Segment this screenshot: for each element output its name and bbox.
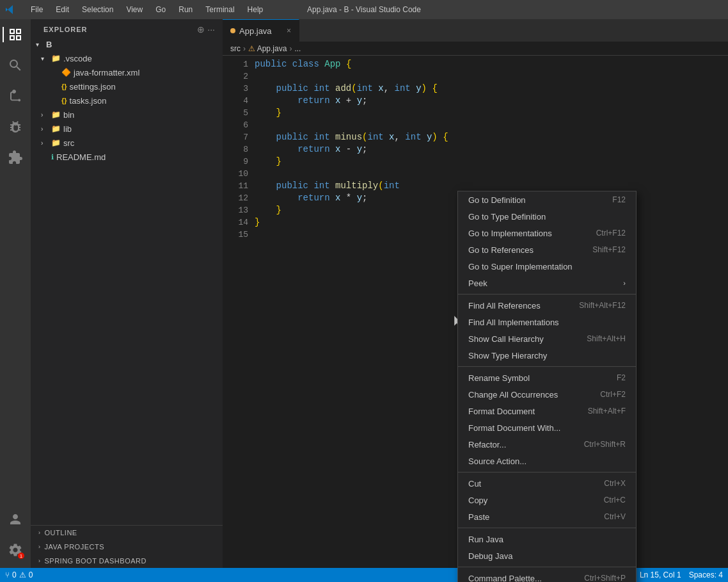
ctx-goto-impl[interactable]: Go to Implementations Ctrl+F12 (458, 225, 636, 241)
ctx-peek-arrow: › (623, 279, 626, 287)
line-numbers: 1 2 3 4 5 6 7 8 9 10 11 12 13 14 15 (223, 56, 255, 568)
code-line-9: } (255, 156, 728, 168)
activity-bar: 1 (0, 19, 31, 568)
line-10: 10 (223, 168, 248, 180)
panel-spring-boot[interactable]: › SPRING BOOT DASHBOARD (31, 554, 223, 568)
app-icon (5, 4, 15, 15)
breadcrumb-file[interactable]: ⚠ App.java (248, 44, 287, 53)
tab-close-button[interactable]: × (287, 26, 291, 35)
code-line-6 (255, 119, 728, 131)
ctx-command-palette[interactable]: Command Palette... Ctrl+Shift+P (458, 570, 636, 582)
folder-icon-bin: 📁 (51, 110, 61, 119)
menu-selection[interactable]: Selection (77, 4, 118, 15)
breadcrumb-src[interactable]: src (230, 44, 241, 53)
line-14: 14 (223, 216, 248, 229)
ctx-goto-refs[interactable]: Go to References Shift+F12 (458, 241, 636, 258)
panel-outline-label: OUTLINE (45, 529, 77, 537)
chevron-b: ▾ (36, 41, 46, 48)
panel-java-projects[interactable]: › JAVA PROJECTS (31, 540, 223, 554)
editor-tab-app-java[interactable]: App.java × (223, 19, 299, 42)
status-bar-left: ⑂ 0 ⚠ 0 (5, 570, 33, 579)
activity-extensions[interactable] (3, 145, 28, 170)
tree-item-vscode[interactable]: ▾ 📁 .vscode (31, 51, 223, 65)
new-file-icon[interactable]: ⊕ (197, 24, 205, 35)
folder-icon-lib: 📁 (51, 124, 61, 133)
ctx-find-refs[interactable]: Find All References Shift+Alt+F12 (458, 297, 636, 314)
tree-item-bin[interactable]: › 📁 bin (31, 108, 223, 122)
ctx-run-java[interactable]: Run Java (458, 531, 636, 547)
ctx-goto-super[interactable]: Go to Super Implementation (458, 258, 636, 275)
ctx-cut[interactable]: Cut Ctrl+X (458, 475, 636, 492)
status-errors-count: 0 (12, 570, 17, 579)
sidebar-actions: ⊕ ··· (197, 24, 215, 35)
activity-explorer[interactable] (3, 22, 28, 47)
menu-file[interactable]: File (26, 4, 48, 15)
ctx-command-palette-label: Command Palette... (468, 574, 574, 583)
ctx-refactor[interactable]: Refactor... Ctrl+Shift+R (458, 436, 636, 453)
status-position[interactable]: Ln 15, Col 1 (640, 570, 681, 579)
ctx-peek[interactable]: Peek › (458, 275, 636, 291)
ctx-format-doc-shortcut: Shift+Alt+F (588, 407, 626, 416)
status-git[interactable]: ⑂ 0 ⚠ 0 (5, 570, 33, 579)
ctx-change-all[interactable]: Change All Occurrences Ctrl+F2 (458, 386, 636, 403)
ctx-copy[interactable]: Copy Ctrl+C (458, 492, 636, 508)
tree-item-lib[interactable]: › 📁 lib (31, 122, 223, 136)
ctx-format-with[interactable]: Format Document With... (458, 419, 636, 436)
tree-label-src: src (63, 138, 74, 148)
ctx-format-doc[interactable]: Format Document Shift+Alt+F (458, 403, 636, 419)
tree-label-java-formatter: java-formatter.xml (74, 68, 139, 77)
ctx-sep1 (458, 294, 636, 295)
tree-item-settings[interactable]: › {} settings.json (31, 79, 223, 93)
ctx-refactor-shortcut: Ctrl+Shift+R (584, 440, 626, 449)
tree-item-tasks[interactable]: › {} tasks.json (31, 93, 223, 108)
ctx-source-action[interactable]: Source Action... (458, 453, 636, 469)
activity-account[interactable] (3, 506, 28, 532)
ctx-copy-shortcut: Ctrl+C (604, 496, 626, 505)
breadcrumb-sep2: › (289, 44, 292, 53)
activity-source-control[interactable] (3, 83, 28, 109)
ctx-goto-type-def[interactable]: Go to Type Definition (458, 208, 636, 225)
menu-run[interactable]: Run (173, 4, 198, 15)
tree-item-src[interactable]: › 📁 src (31, 136, 223, 150)
menu-terminal[interactable]: Terminal (200, 4, 239, 15)
tree-item-readme[interactable]: › ℹ README.md (31, 150, 223, 164)
ctx-find-impl[interactable]: Find All Implementations (458, 314, 636, 330)
tree-item-b[interactable]: ▾ B (31, 37, 223, 51)
tree-item-java-formatter[interactable]: › 🔶 java-formatter.xml (31, 65, 223, 79)
tab-modified-dot (230, 28, 235, 33)
status-spaces[interactable]: Spaces: 4 (689, 570, 723, 579)
ctx-show-type[interactable]: Show Type Hierarchy (458, 347, 636, 364)
ctx-change-all-label: Change All Occurrences (468, 390, 590, 400)
activity-debug[interactable] (3, 114, 28, 140)
activity-settings[interactable]: 1 (3, 537, 28, 563)
ctx-debug-java[interactable]: Debug Java (458, 547, 636, 564)
ctx-goto-def[interactable]: Go to Definition F12 (458, 191, 636, 208)
title-bar: File Edit Selection View Go Run Terminal… (0, 0, 728, 19)
breadcrumb: src › ⚠ App.java › ... (223, 42, 728, 56)
ctx-change-all-shortcut: Ctrl+F2 (600, 390, 626, 399)
menu-help[interactable]: Help (242, 4, 269, 15)
ctx-find-refs-shortcut: Shift+Alt+F12 (579, 301, 626, 310)
ctx-run-java-label: Run Java (468, 535, 626, 544)
more-actions-icon[interactable]: ··· (207, 24, 215, 35)
menu-edit[interactable]: Edit (51, 4, 74, 15)
panel-outline[interactable]: › OUTLINE (31, 526, 223, 540)
code-line-7: public int minus(int x, int y) { (255, 131, 728, 143)
ctx-goto-refs-shortcut: Shift+F12 (592, 245, 626, 254)
ctx-show-call[interactable]: Show Call Hierarchy Shift+Alt+H (458, 330, 636, 347)
context-menu: Go to Definition F12 Go to Type Definiti… (457, 191, 637, 582)
code-line-5: } (255, 107, 728, 119)
line-4: 4 (223, 95, 248, 107)
activity-search[interactable] (3, 53, 28, 78)
menu-go[interactable]: Go (150, 4, 171, 15)
tree-label-tasks: tasks.json (70, 96, 107, 106)
ctx-rename[interactable]: Rename Symbol F2 (458, 369, 636, 386)
ctx-paste[interactable]: Paste Ctrl+V (458, 508, 636, 525)
ctx-copy-label: Copy (468, 496, 594, 505)
chevron-lib: › (41, 125, 51, 133)
ctx-sep3 (458, 472, 636, 473)
status-warning-icon: ⚠ (19, 570, 26, 579)
breadcrumb-more[interactable]: ... (294, 44, 301, 53)
ctx-cut-label: Cut (468, 479, 594, 489)
menu-view[interactable]: View (121, 4, 148, 15)
